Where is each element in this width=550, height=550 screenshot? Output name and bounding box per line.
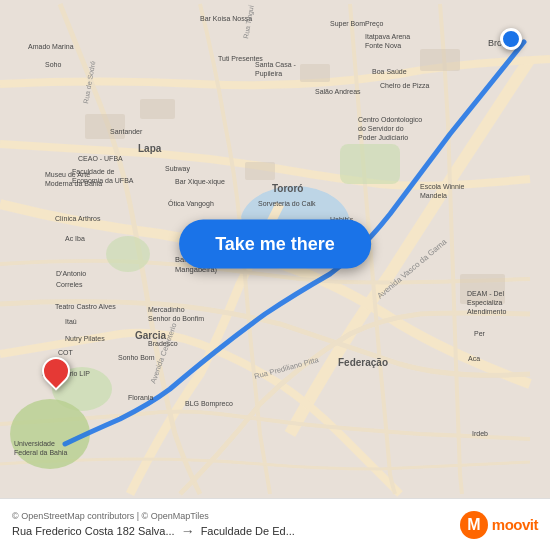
moovit-icon-char: M <box>467 516 480 534</box>
moovit-logo-text: moovit <box>492 516 538 533</box>
footer-destination: Faculdade De Ed... <box>201 525 295 537</box>
svg-text:Soho: Soho <box>45 61 61 68</box>
svg-text:Florania: Florania <box>128 394 153 401</box>
svg-text:Moderna da Bahia: Moderna da Bahia <box>45 180 102 187</box>
svg-text:Nutry Pilates: Nutry Pilates <box>65 335 105 343</box>
map-area: Brotas Tororó Lapa Garcia Federação Barr… <box>0 0 550 498</box>
svg-text:Universidade: Universidade <box>14 440 55 447</box>
svg-text:Escola Winnie: Escola Winnie <box>420 183 464 190</box>
svg-text:Sonho Bom: Sonho Bom <box>118 354 155 361</box>
svg-text:Subway: Subway <box>165 165 190 173</box>
svg-rect-7 <box>140 99 175 119</box>
footer-copyright: © OpenStreetMap contributors | © OpenMap… <box>12 511 450 521</box>
svg-rect-9 <box>420 49 460 71</box>
svg-text:Per: Per <box>474 330 486 337</box>
svg-rect-11 <box>245 162 275 180</box>
moovit-logo-icon: M <box>460 511 488 539</box>
svg-text:Fonte Nova: Fonte Nova <box>365 42 401 49</box>
svg-text:Salão Andreas: Salão Andreas <box>315 88 361 95</box>
take-me-there-button[interactable]: Take me there <box>179 220 371 269</box>
svg-text:Centro Odontologico: Centro Odontologico <box>358 116 422 124</box>
svg-text:Aca: Aca <box>468 355 480 362</box>
svg-text:D'Antonio: D'Antonio <box>56 270 86 277</box>
svg-point-3 <box>10 399 90 469</box>
svg-text:Mandela: Mandela <box>420 192 447 199</box>
origin-pin <box>42 357 72 393</box>
svg-text:Santander: Santander <box>110 128 143 135</box>
svg-text:Irdeb: Irdeb <box>472 430 488 437</box>
svg-text:Itatpava Arena: Itatpava Arena <box>365 33 410 41</box>
svg-text:Teatro Castro Alves: Teatro Castro Alves <box>55 303 116 310</box>
svg-text:Museu de Arte: Museu de Arte <box>45 171 90 178</box>
svg-text:Ac Iba: Ac Iba <box>65 235 85 242</box>
svg-text:Federação: Federação <box>338 357 388 368</box>
svg-text:Clínica Arthros: Clínica Arthros <box>55 215 101 222</box>
svg-text:COT: COT <box>58 349 74 356</box>
svg-text:Sorveteria do Calk: Sorveteria do Calk <box>258 200 316 207</box>
svg-text:Tuti Presentes: Tuti Presentes <box>218 55 263 62</box>
footer-origin: Rua Frederico Costa 182 Salva... <box>12 525 175 537</box>
svg-text:do Servidor do: do Servidor do <box>358 125 404 132</box>
footer: © OpenStreetMap contributors | © OpenMap… <box>0 498 550 550</box>
footer-left: © OpenStreetMap contributors | © OpenMap… <box>12 511 450 539</box>
footer-route: Rua Frederico Costa 182 Salva... → Facul… <box>12 523 450 539</box>
svg-text:BLG Bompreco: BLG Bompreco <box>185 400 233 408</box>
svg-text:Bar Xique-xique: Bar Xique-xique <box>175 178 225 186</box>
svg-text:CEAO - UFBA: CEAO - UFBA <box>78 155 123 162</box>
svg-text:Federal da Bahia: Federal da Bahia <box>14 449 67 456</box>
svg-text:Mercadinho: Mercadinho <box>148 306 185 313</box>
svg-rect-6 <box>85 114 125 139</box>
footer-arrow-icon: → <box>181 523 195 539</box>
svg-text:Pupileira: Pupileira <box>255 70 282 78</box>
destination-pin <box>500 28 522 50</box>
svg-text:Correles: Correles <box>56 281 83 288</box>
svg-point-5 <box>106 236 150 272</box>
svg-text:Chelro de Pizza: Chelro de Pizza <box>380 82 430 89</box>
svg-text:Ótica Vangogh: Ótica Vangogh <box>168 199 214 208</box>
svg-text:Lapa: Lapa <box>138 143 162 154</box>
svg-text:Tororó: Tororó <box>272 183 303 194</box>
svg-rect-4 <box>340 144 400 184</box>
svg-text:Atendimento: Atendimento <box>467 308 506 315</box>
svg-text:Boa Saúde: Boa Saúde <box>372 68 407 75</box>
svg-rect-8 <box>300 64 330 82</box>
svg-text:DEAM - Del: DEAM - Del <box>467 290 504 297</box>
svg-text:Especializa: Especializa <box>467 299 503 307</box>
svg-text:Super BomPreço: Super BomPreço <box>330 20 383 28</box>
app-container: Brotas Tororó Lapa Garcia Federação Barr… <box>0 0 550 550</box>
svg-text:Poder Judiciario: Poder Judiciario <box>358 134 408 141</box>
svg-text:Santa Casa -: Santa Casa - <box>255 61 297 68</box>
moovit-logo: M moovit <box>460 511 538 539</box>
svg-text:Amado Marina: Amado Marina <box>28 43 74 50</box>
svg-text:Senhor do Bonfim: Senhor do Bonfim <box>148 315 204 322</box>
svg-text:Itaú: Itaú <box>65 318 77 325</box>
